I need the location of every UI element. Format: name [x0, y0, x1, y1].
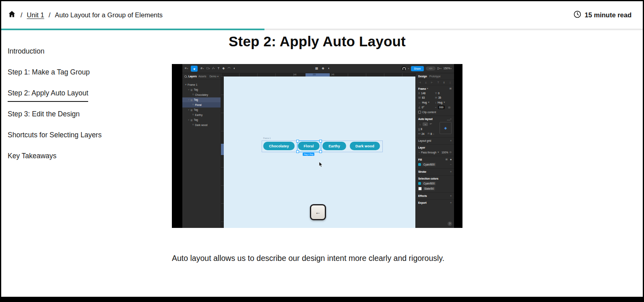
- read-time: 15 minute read: [574, 10, 632, 20]
- sidebar-item-step2-active[interactable]: Step 2: Apply Auto Layout: [8, 89, 88, 102]
- design-tab: Design: [418, 75, 427, 78]
- align-left-icon: ⊣: [419, 81, 421, 84]
- progress-fill: [1, 29, 264, 30]
- y-position-field: Y0: [435, 92, 450, 95]
- page-select: Demo▾: [209, 75, 219, 78]
- effects-title: Effects: [418, 194, 427, 197]
- add-export-icon: +: [450, 201, 452, 204]
- blend-mode-icon: ◔: [418, 151, 420, 154]
- content: Introduction Step 1: Make a Tag Group St…: [1, 30, 643, 267]
- horizontal-padding-icon: ▭: [418, 132, 421, 135]
- chevron-down-icon: ▾: [427, 87, 428, 90]
- stroke-section: Stroke+: [416, 169, 454, 176]
- lesson-nav: Introduction Step 1: Make a Tag Group St…: [1, 30, 172, 267]
- alignment-row: ⊣ ⊥ ⊢ ⊤ ≡ ⋮: [416, 80, 454, 85]
- layer-row-tag: ▸▥Tag: [182, 108, 221, 113]
- sidebar-item-shortcuts[interactable]: Shortcuts for Selecting Layers: [8, 131, 101, 139]
- frame-section: Frame▾⊞ X148 Y0 W83 H35 ↔: [416, 85, 454, 116]
- chevron-down-icon: ▾: [408, 68, 409, 70]
- sidebar-item-step3[interactable]: Step 3: Edit the Design: [8, 110, 80, 118]
- ruler-tick: 140: [293, 74, 297, 76]
- vertical-sizing-field: ↕Hug▾: [435, 101, 450, 104]
- layer-row-earthy: TEarthy: [182, 112, 221, 118]
- lesson-page: / Unit 1 / Auto Layout for a Group of El…: [0, 0, 644, 302]
- hug-size-badge: Hug × Hug: [303, 153, 314, 156]
- gap-icon: )(: [418, 128, 420, 130]
- layer-title: Layer: [418, 146, 425, 149]
- prototype-tab: Prototype: [429, 75, 441, 78]
- help-icon: ?: [448, 221, 452, 226]
- align-v-center-icon: ≡: [443, 81, 445, 84]
- top-bar: / Unit 1 / Auto Layout for a Group of El…: [1, 1, 643, 29]
- ruler-selection-highlight: [221, 144, 224, 155]
- frame-presets-icon: ⊞: [450, 87, 452, 90]
- width-field: W83: [418, 96, 433, 99]
- view-options: ▦ ◈ ◐: [315, 67, 330, 70]
- clip-content-checkbox: Clip content: [418, 111, 436, 114]
- tag-chip-earthy: Earthy: [322, 142, 346, 150]
- sidebar-item-takeaways[interactable]: Key Takeaways: [8, 152, 56, 160]
- add-fill-icon: +: [450, 158, 452, 161]
- gap-value: 8: [421, 128, 422, 130]
- fill-color-swatch: [418, 163, 421, 166]
- share-button: Share: [411, 66, 423, 71]
- horizontal-ruler: 140 200 245: [221, 73, 415, 77]
- left-arrow-keycap: ←: [310, 204, 326, 220]
- auto-layout-section: Auto layout− ↓ → ↩: [416, 116, 454, 138]
- layers-tree: #Frame 1 ▸▥Tag TChocolatey ▸▥Tag TFloral…: [182, 82, 221, 128]
- height-field: H35: [435, 96, 450, 99]
- grid-view-icon: ▦: [315, 67, 318, 70]
- selection-color-swatch: [418, 182, 421, 185]
- theme-toggle-icon: ◐: [328, 67, 330, 70]
- vertical-padding-icon: ⊓: [427, 132, 429, 135]
- align-top-icon: ⊤: [437, 81, 439, 84]
- home-button[interactable]: [8, 10, 16, 20]
- sidebar-item-step1[interactable]: Step 1: Make a Tag Group: [8, 68, 90, 77]
- breadcrumb-unit-link[interactable]: Unit 1: [27, 11, 44, 19]
- figma-body: Layers Assets Demo▾ #Frame 1 ▸▥Tag TChoc…: [182, 73, 454, 228]
- layer-row-darkwood: TDark wood: [182, 122, 221, 128]
- chevron-down-icon: ▾: [438, 151, 439, 154]
- figma-app: ≡▾ ▶ #▾ □▾ ∕▾ T ◈ ◠ ◖ ▦ ◈ ◐: [182, 64, 454, 228]
- blend-mode-value: Pass through: [421, 151, 436, 154]
- ruler-tick: 245: [331, 74, 334, 76]
- frame-name-label: Frame 1: [263, 137, 271, 139]
- selection-color-name: Cyan/600: [422, 182, 436, 185]
- mouse-cursor-icon: [319, 161, 323, 169]
- search-icon: [184, 75, 187, 78]
- selection-colors-title: Selection colors: [418, 177, 438, 180]
- auto-layout-icon: ◈: [444, 126, 447, 130]
- layer-row-tag: ▸▥Tag: [182, 118, 221, 123]
- dev-mode-toggle: </>: [426, 66, 436, 70]
- selection-handle: [319, 140, 322, 143]
- clock-icon: [574, 10, 581, 20]
- layout-grid-title: Layout grid: [418, 139, 431, 142]
- shape-tool-icon: □▾: [206, 67, 210, 70]
- align-h-center-icon: ⊥: [425, 81, 427, 84]
- layers-tab: Layers: [188, 75, 197, 78]
- figma-canvas: 140 200 245 Frame 1 Chocolatey Floral: [221, 73, 415, 228]
- vertical-padding-value: 8: [430, 132, 432, 135]
- vertical-ruler: [221, 77, 224, 228]
- lesson-main: Step 2: Apply Auto Layout ≡▾ ▶ #▾ □▾ ∕▾ …: [172, 30, 462, 267]
- layout-wrap-icon: ↩: [429, 122, 433, 126]
- toolbar-right: ▾ Share </> ▷▾ 150%▾: [401, 66, 452, 71]
- selection-colors-section: Selection colors Cyan/600 Slate/50: [416, 176, 454, 193]
- present-icon: ▷▾: [438, 67, 442, 70]
- lesson-screenshot: ≡▾ ▶ #▾ □▾ ∕▾ T ◈ ◠ ◖ ▦ ◈ ◐: [172, 64, 462, 228]
- sidebar-item-introduction[interactable]: Introduction: [8, 47, 44, 56]
- selection-handle: [319, 150, 322, 153]
- figma-layers-panel: Layers Assets Demo▾ #Frame 1 ▸▥Tag TChoc…: [182, 73, 221, 228]
- ruler-tick: 200: [313, 74, 316, 76]
- comment-tool-icon: ◖: [233, 67, 235, 70]
- progress-track: [1, 29, 643, 30]
- ruler-selection-highlight: [305, 73, 330, 77]
- layer-row-chocolatey: TChocolatey: [182, 92, 221, 97]
- remove-fill-icon: −: [450, 163, 452, 166]
- layer-row-floral-selected: TFloral: [182, 102, 221, 108]
- horizontal-padding-value: 24: [421, 132, 424, 135]
- alignment-widget: ⋯ ◈: [440, 122, 452, 134]
- selection-handle: [296, 150, 299, 153]
- effects-section: Effects+: [416, 193, 454, 200]
- breadcrumb: / Unit 1 / Auto Layout for a Group of El…: [8, 10, 163, 20]
